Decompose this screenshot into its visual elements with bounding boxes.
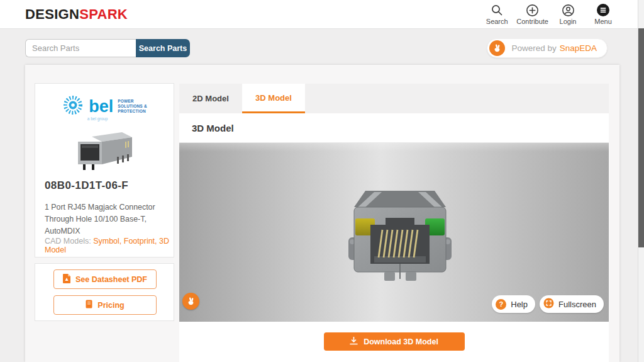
help-button[interactable]: ? Help xyxy=(492,295,535,313)
nav-menu[interactable]: Menu xyxy=(587,3,619,25)
fullscreen-icon xyxy=(543,298,554,310)
download-icon xyxy=(350,337,358,347)
header-nav: Search Contribute Login Menu xyxy=(481,3,619,25)
viewer-heading-row: 3D Model xyxy=(179,113,609,143)
tab-2d-model[interactable]: 2D Model xyxy=(179,84,242,113)
three-d-viewer-canvas[interactable]: ? Help Fullscreen xyxy=(179,143,609,322)
pricing-icon xyxy=(86,300,92,310)
tab-3d-model[interactable]: 3D Model xyxy=(242,84,305,113)
part-info-card: bel POWER SOLUTIONS & PROTECTION a bel g… xyxy=(35,83,174,257)
bel-wordmark: bel xyxy=(89,98,113,115)
download-row: Download 3D Model xyxy=(179,322,609,362)
user-circle-icon xyxy=(561,3,575,17)
plus-circle-icon xyxy=(526,3,540,17)
model-tabs: 2D Model 3D Model xyxy=(179,84,609,113)
download-3d-model-label: Download 3D Model xyxy=(364,337,438,346)
pricing-button[interactable]: Pricing xyxy=(53,295,157,315)
cad-link-footprint[interactable]: Footprint xyxy=(124,237,155,246)
pricing-label: Pricing xyxy=(97,301,124,310)
nav-login[interactable]: Login xyxy=(552,3,584,25)
download-3d-model-button[interactable]: Download 3D Model xyxy=(324,332,465,351)
part-number: 08B0-1D1T-06-F xyxy=(45,179,128,192)
see-datasheet-pdf-button[interactable]: See Datasheet PDF xyxy=(53,269,157,289)
bel-logo: bel POWER SOLUTIONS & PROTECTION xyxy=(35,94,174,119)
pdf-file-icon xyxy=(63,274,70,285)
search-icon xyxy=(490,3,504,17)
fullscreen-button[interactable]: Fullscreen xyxy=(540,295,604,313)
main-panel: bel POWER SOLUTIONS & PROTECTION a bel g… xyxy=(25,65,619,362)
bel-division-line: SOLUTIONS & xyxy=(118,104,147,109)
bel-division-line: PROTECTION xyxy=(118,109,147,114)
bel-division-text: POWER SOLUTIONS & PROTECTION xyxy=(118,99,147,113)
snapeda-icon xyxy=(489,40,505,56)
cad-link-symbol[interactable]: Symbol xyxy=(93,237,119,246)
help-label: Help xyxy=(511,300,528,309)
rj45-connector-3d-model xyxy=(347,183,453,290)
nav-contribute-label: Contribute xyxy=(516,18,548,25)
snapeda-icon[interactable] xyxy=(182,293,199,310)
top-header: DESIGNSPARK Search Contribute Login xyxy=(0,0,644,29)
viewer-heading-title: 3D Model xyxy=(192,123,234,133)
nav-search-label: Search xyxy=(486,18,508,25)
cad-separator: , xyxy=(119,237,124,246)
bel-sunburst-icon xyxy=(62,94,84,119)
bel-tagline: a bel group xyxy=(83,116,112,121)
nav-contribute[interactable]: Contribute xyxy=(516,3,548,25)
see-datasheet-pdf-label: See Datasheet PDF xyxy=(75,275,147,284)
part-actions-card: See Datasheet PDF Pricing xyxy=(35,263,174,321)
page-scrollbar[interactable] xyxy=(638,0,644,362)
cad-models-label: CAD Models: xyxy=(45,237,91,246)
parts-search-group: Search Parts xyxy=(25,39,190,57)
logo-text-spark: SPARK xyxy=(79,6,128,22)
nav-search[interactable]: Search xyxy=(481,3,513,25)
part-description: 1 Port RJ45 Magjack Connector Through Ho… xyxy=(45,201,170,238)
part-thumbnail-image xyxy=(73,130,136,174)
cad-models-row: CAD Models: Symbol, Footprint, 3D Model xyxy=(45,237,174,254)
search-parts-button[interactable]: Search Parts xyxy=(136,39,190,57)
fullscreen-label: Fullscreen xyxy=(558,300,596,309)
search-parts-input[interactable] xyxy=(25,39,136,57)
help-icon: ? xyxy=(496,299,506,310)
bel-division-line: POWER xyxy=(118,99,147,104)
nav-login-label: Login xyxy=(560,18,577,25)
powered-by-snapeda-badge[interactable]: Powered by SnapEDA xyxy=(487,38,608,58)
logo-text-design: DESIGN xyxy=(25,6,79,22)
scrollbar-thumb[interactable] xyxy=(638,28,644,247)
page: DESIGNSPARK Search Contribute Login xyxy=(0,0,644,362)
nav-menu-label: Menu xyxy=(594,18,612,25)
menu-circle-icon xyxy=(596,3,610,17)
powered-by-text: Powered by xyxy=(511,43,556,53)
snapeda-brand-text: SnapEDA xyxy=(560,43,597,53)
designspark-logo[interactable]: DESIGNSPARK xyxy=(25,6,128,23)
